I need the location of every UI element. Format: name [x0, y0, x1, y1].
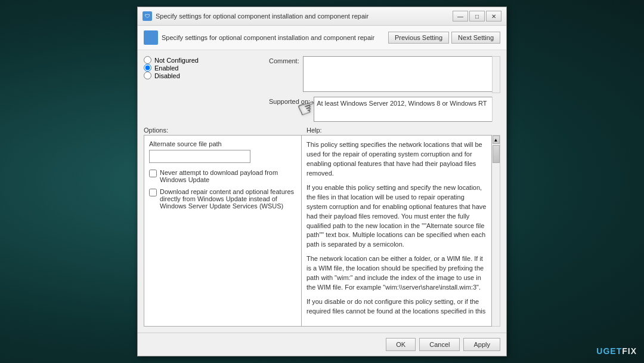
comment-textarea[interactable] [303, 56, 500, 92]
source-label: Alternate source file path [149, 140, 296, 147]
cancel-button[interactable]: Cancel [419, 338, 460, 351]
checkbox1-row: Never attempt to download payload from W… [149, 169, 296, 183]
supported-row: Supported on: At least Windows Server 20… [269, 97, 500, 122]
section-labels: Options: Help: [144, 127, 500, 135]
watermark: UGETFIX [596, 346, 637, 356]
header-left: Specify settings for optional component … [144, 30, 388, 45]
enabled-row: Enabled [144, 64, 263, 72]
title-bar-controls: — □ ✕ [453, 11, 501, 21]
header-text: Specify settings for optional component … [162, 34, 374, 41]
watermark-text2: FIX [622, 346, 637, 356]
help-para-1: This policy setting specifies the networ… [306, 140, 487, 179]
options-help-row: Alternate source file path Never attempt… [144, 135, 500, 327]
help-para-4: If you disable or do not configure this … [306, 297, 487, 316]
help-scrollbar[interactable]: ▲ [492, 135, 500, 327]
previous-setting-button[interactable]: Previous Setting [388, 32, 449, 44]
not-configured-row: Not Configured [144, 56, 263, 64]
footer: OK Cancel Apply [138, 333, 506, 356]
help-para-2: If you enable this policy setting and sp… [306, 183, 487, 250]
help-title: Help: [302, 127, 500, 134]
comment-container [303, 56, 500, 93]
maximize-button[interactable]: □ [469, 11, 485, 21]
content-area: Not Configured Enabled Disabled Comment: [138, 50, 506, 333]
enabled-radio[interactable] [144, 64, 151, 72]
help-para-3: The network location can be either a fol… [306, 254, 487, 293]
apply-button[interactable]: Apply [463, 338, 500, 351]
top-section: Not Configured Enabled Disabled Comment: [144, 56, 500, 122]
disabled-radio[interactable] [144, 72, 151, 79]
header-bar: Specify settings for optional component … [138, 26, 506, 50]
supported-field: Supported on: At least Windows Server 20… [269, 97, 500, 122]
not-configured-radio[interactable] [144, 56, 151, 64]
checkbox1[interactable] [149, 170, 157, 177]
options-title: Options: [144, 127, 302, 134]
comment-scrollbar [492, 56, 500, 93]
minimize-button[interactable]: — [453, 11, 468, 21]
enabled-label: Enabled [154, 64, 178, 72]
window-title: Specify settings for optional component … [156, 13, 369, 20]
options-panel: Alternate source file path Never attempt… [144, 135, 302, 327]
not-configured-label: Not Configured [154, 57, 199, 64]
help-container: This policy setting specifies the networ… [302, 135, 500, 327]
comment-row: Comment: [269, 56, 500, 93]
source-input[interactable] [149, 150, 250, 163]
checkbox2-label: Download repair content and optional fea… [160, 188, 296, 210]
supported-value: At least Windows Server 2012, Windows 8 … [314, 97, 500, 122]
supported-scrollbar [492, 97, 500, 122]
main-window: 🛡 Specify settings for optional componen… [137, 7, 507, 356]
disabled-label: Disabled [154, 72, 180, 79]
scroll-thumb [493, 145, 500, 163]
radio-section: Not Configured Enabled Disabled [144, 56, 263, 122]
checkbox1-label: Never attempt to download payload from W… [160, 169, 296, 183]
nav-buttons: Previous Setting Next Setting [388, 32, 500, 44]
help-panel: This policy setting specifies the networ… [302, 135, 492, 327]
supported-label: Supported on: [269, 98, 310, 105]
ok-button[interactable]: OK [386, 338, 416, 351]
scroll-up[interactable]: ▲ [493, 136, 500, 144]
window-icon: 🛡 [143, 11, 152, 21]
header-icon [144, 30, 158, 45]
supported-container: At least Windows Server 2012, Windows 8 … [314, 97, 500, 122]
next-setting-button[interactable]: Next Setting [451, 32, 500, 44]
right-fields: Comment: Supported on: At least Windows … [269, 56, 500, 122]
watermark-text1: UGET [596, 346, 622, 356]
title-bar-left: 🛡 Specify settings for optional componen… [143, 11, 369, 21]
title-bar: 🛡 Specify settings for optional componen… [138, 7, 506, 26]
help-text: This policy setting specifies the networ… [306, 140, 487, 316]
checkbox2[interactable] [149, 189, 157, 196]
checkbox2-row: Download repair content and optional fea… [149, 188, 296, 210]
comment-label: Comment: [269, 57, 299, 64]
close-button[interactable]: ✕ [486, 11, 501, 21]
disabled-row: Disabled [144, 72, 263, 79]
comment-field: Comment: [269, 56, 500, 93]
